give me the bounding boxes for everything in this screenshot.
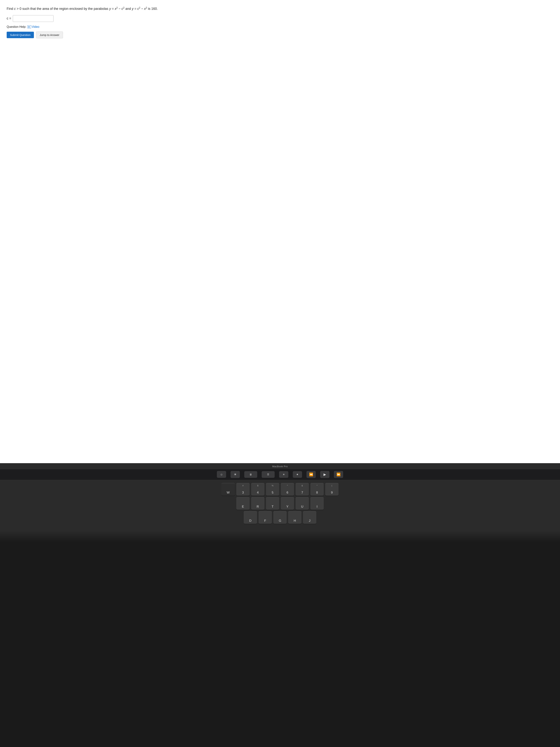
key-h[interactable]: H	[288, 511, 301, 524]
bottom-gradient	[0, 531, 560, 542]
touch-play-pause[interactable]: ▶	[320, 471, 329, 478]
touch-keyboard-brightness-up[interactable]: ★	[293, 471, 302, 478]
qwerty-row: E R T Y U I	[5, 497, 555, 510]
problem-statement: Find c > 0 such that the area of the reg…	[7, 6, 553, 11]
key-6[interactable]: ^ 6	[281, 483, 294, 496]
screen-content: Find c > 0 such that the area of the reg…	[0, 0, 560, 463]
answer-input[interactable]	[13, 15, 54, 22]
key-i[interactable]: I	[310, 497, 324, 510]
touch-fast-forward[interactable]: ⏩	[334, 471, 343, 478]
answer-label: c =	[7, 17, 11, 20]
key-r[interactable]: R	[251, 497, 264, 510]
question-help-label: Question Help:	[7, 25, 26, 28]
touch-app-windows[interactable]: ☰	[262, 471, 275, 478]
submit-question-button[interactable]: Submit Question	[7, 32, 34, 38]
key-9[interactable]: ( 9	[325, 483, 339, 496]
key-g[interactable]: G	[273, 511, 287, 524]
key-t[interactable]: T	[266, 497, 279, 510]
key-f[interactable]: F	[259, 511, 272, 524]
touch-brightness-down[interactable]: ☼	[217, 471, 226, 478]
key-3[interactable]: # 3	[236, 483, 250, 496]
key-d[interactable]: D	[244, 511, 257, 524]
video-link[interactable]: ▶ Video	[27, 25, 39, 28]
macbook-label-bar: MacBook Pro	[0, 463, 560, 469]
macbook-label: MacBook Pro	[272, 465, 288, 468]
touch-bar: ☼ ☀ 🖥 ☰ ☀ ★ ⏪ ▶ ⏩	[0, 469, 560, 480]
key-5[interactable]: % 5	[266, 483, 279, 496]
key-j[interactable]: J	[303, 511, 316, 524]
question-help-row: Question Help: ▶ Video	[7, 25, 553, 28]
number-row: W # 3 $ 4 % 5 ^ 6 & 7 * 8 ( 9	[5, 483, 555, 496]
answer-row: c =	[7, 15, 553, 22]
touch-rewind[interactable]: ⏪	[306, 471, 316, 478]
jump-to-answer-button[interactable]: Jump to Answer	[36, 31, 63, 38]
key-w[interactable]: W	[221, 483, 235, 496]
key-u[interactable]: U	[296, 497, 309, 510]
touch-keyboard-brightness-down[interactable]: ☀	[279, 471, 288, 478]
button-row: Submit Question Jump to Answer	[7, 31, 553, 38]
key-y[interactable]: Y	[281, 497, 294, 510]
asdf-row: D F G H J	[5, 511, 555, 524]
touch-brightness-up[interactable]: ☀	[231, 471, 240, 478]
key-8[interactable]: * 8	[310, 483, 324, 496]
keyboard: W # 3 $ 4 % 5 ^ 6 & 7 * 8 ( 9	[0, 480, 560, 531]
video-label: Video	[32, 25, 39, 28]
key-e[interactable]: E	[236, 497, 250, 510]
touch-mission-control[interactable]: 🖥	[244, 471, 257, 478]
key-7[interactable]: & 7	[296, 483, 309, 496]
play-icon: ▶	[27, 25, 31, 28]
key-4[interactable]: $ 4	[251, 483, 264, 496]
